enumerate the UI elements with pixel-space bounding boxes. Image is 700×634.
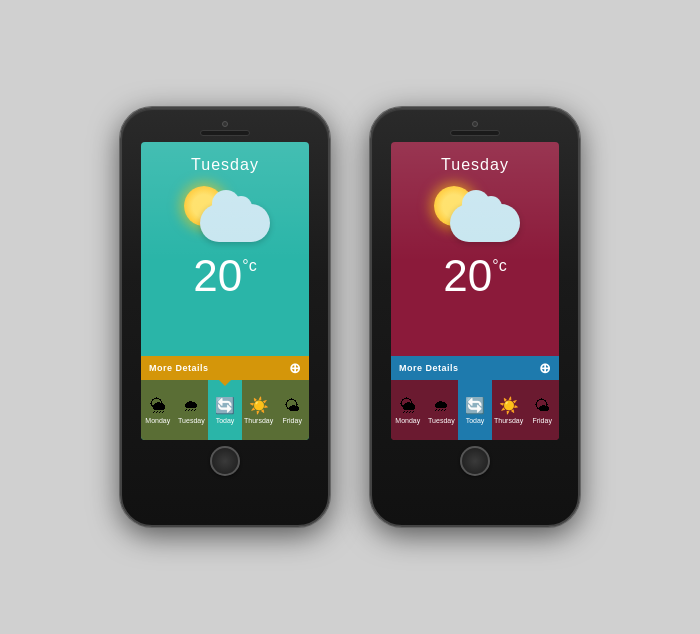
tab-label-thursday-1: Thursday <box>244 417 273 424</box>
day-label-1: Tuesday <box>191 156 259 174</box>
phone-2: Tuesday 20 °c More Details ⊕ 🌦 Monday 🌧 <box>370 107 580 527</box>
tab-monday-1[interactable]: 🌦 Monday <box>141 380 175 440</box>
tab-icon-friday-1: 🌤 <box>284 397 300 415</box>
tab-friday-2[interactable]: 🌤 Friday <box>525 380 559 440</box>
screen-main-1: Tuesday 20 °c <box>141 142 309 356</box>
camera-1 <box>222 121 228 127</box>
tab-label-thursday-2: Thursday <box>494 417 523 424</box>
tab-tuesday-2[interactable]: 🌧 Tuesday <box>425 380 459 440</box>
temperature-2: 20 °c <box>443 254 506 298</box>
more-details-bar-1[interactable]: More Details ⊕ <box>141 356 309 380</box>
screen-2: Tuesday 20 °c More Details ⊕ 🌦 Monday 🌧 <box>391 142 559 440</box>
tab-label-today-2: Today <box>466 417 485 424</box>
tab-icon-thursday-2: ☀️ <box>499 396 519 415</box>
weather-icon-2 <box>430 182 520 242</box>
home-button-2[interactable] <box>460 446 490 476</box>
more-details-bar-2[interactable]: More Details ⊕ <box>391 356 559 380</box>
more-details-label-2: More Details <box>399 363 459 373</box>
temp-unit-2: °c <box>492 258 506 274</box>
triangle-2 <box>467 378 483 386</box>
tab-icon-tuesday-1: 🌧 <box>183 397 199 415</box>
speaker-1 <box>200 130 250 136</box>
tab-icon-monday-1: 🌦 <box>150 397 166 415</box>
plus-icon-2[interactable]: ⊕ <box>539 360 551 376</box>
tabs-2: 🌦 Monday 🌧 Tuesday 🔄 Today ☀️ Thursday 🌤… <box>391 380 559 440</box>
tab-today-1[interactable]: 🔄 Today <box>208 380 242 440</box>
tab-icon-friday-2: 🌤 <box>534 397 550 415</box>
phone-bottom-2 <box>460 446 490 476</box>
home-button-1[interactable] <box>210 446 240 476</box>
tab-icon-monday-2: 🌦 <box>400 397 416 415</box>
triangle-1 <box>217 378 233 386</box>
tab-label-friday-1: Friday <box>282 417 301 424</box>
tab-label-friday-2: Friday <box>532 417 551 424</box>
plus-icon-1[interactable]: ⊕ <box>289 360 301 376</box>
tab-label-monday-1: Monday <box>145 417 170 424</box>
day-label-2: Tuesday <box>441 156 509 174</box>
tab-friday-1[interactable]: 🌤 Friday <box>275 380 309 440</box>
phone-top-1 <box>122 117 328 142</box>
tab-label-tuesday-1: Tuesday <box>178 417 205 424</box>
tab-monday-2[interactable]: 🌦 Monday <box>391 380 425 440</box>
tab-thursday-1[interactable]: ☀️ Thursday <box>242 380 276 440</box>
temperature-1: 20 °c <box>193 254 256 298</box>
tabs-1: 🌦 Monday 🌧 Tuesday 🔄 Today ☀️ Thursday 🌤… <box>141 380 309 440</box>
tab-label-monday-2: Monday <box>395 417 420 424</box>
screen-1: Tuesday 20 °c More Details ⊕ 🌦 Monday 🌧 <box>141 142 309 440</box>
phone-top-2 <box>372 117 578 142</box>
speaker-2 <box>450 130 500 136</box>
tab-icon-today-1: 🔄 <box>215 396 235 415</box>
tab-icon-tuesday-2: 🌧 <box>433 397 449 415</box>
tab-today-2[interactable]: 🔄 Today <box>458 380 492 440</box>
camera-2 <box>472 121 478 127</box>
temp-unit-1: °c <box>242 258 256 274</box>
tab-icon-thursday-1: ☀️ <box>249 396 269 415</box>
weather-icon-1 <box>180 182 270 242</box>
screen-main-2: Tuesday 20 °c <box>391 142 559 356</box>
cloud-1 <box>200 204 270 242</box>
tab-tuesday-1[interactable]: 🌧 Tuesday <box>175 380 209 440</box>
tab-thursday-2[interactable]: ☀️ Thursday <box>492 380 526 440</box>
phone-1: Tuesday 20 °c More Details ⊕ 🌦 Monday 🌧 <box>120 107 330 527</box>
tab-icon-today-2: 🔄 <box>465 396 485 415</box>
phone-bottom-1 <box>210 446 240 476</box>
cloud-2 <box>450 204 520 242</box>
tab-label-tuesday-2: Tuesday <box>428 417 455 424</box>
more-details-label-1: More Details <box>149 363 209 373</box>
tab-label-today-1: Today <box>216 417 235 424</box>
